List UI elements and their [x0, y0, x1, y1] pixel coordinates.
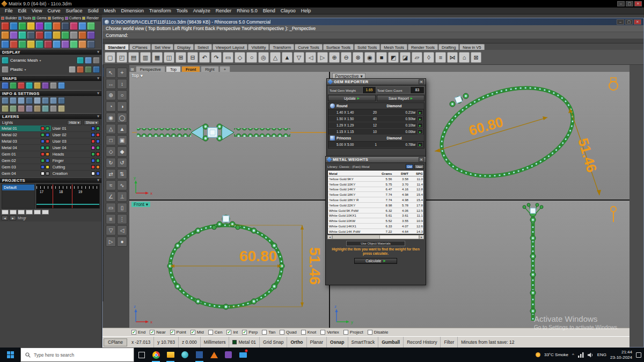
browser-icon[interactable] — [149, 348, 163, 362]
row-apply-arrow-icon[interactable]: ▶ — [418, 129, 423, 134]
row-apply-arrow-icon[interactable]: ▶ — [418, 116, 423, 121]
info-icon[interactable] — [42, 97, 49, 104]
scrollbar-track[interactable] — [332, 235, 419, 239]
snaps-panel-header[interactable]: SNAPS ▾ — [0, 75, 101, 81]
command-divider[interactable] — [103, 39, 643, 43]
layer-color-chip[interactable] — [46, 152, 49, 156]
side-tool-icon-10[interactable]: △ — [106, 124, 116, 134]
toolbar-icon-26[interactable]: ▱ — [412, 52, 422, 63]
library-label[interactable]: Library: Classic - (Fast)-Metal — [327, 165, 370, 168]
matrix-tab-cutters[interactable]: Cutters — [65, 16, 82, 20]
toolbar-icon-29[interactable]: ⋈ — [447, 52, 458, 63]
layer-item-cutting[interactable]: Cutting — [51, 164, 102, 171]
side-tool-icon-12[interactable]: □ — [106, 135, 116, 145]
tool-icon[interactable] — [61, 40, 69, 48]
tool-icon[interactable] — [18, 40, 26, 48]
layer-color-chip[interactable] — [91, 165, 95, 169]
layer-color-chip[interactable] — [46, 127, 49, 130]
toolbar-icon-13[interactable]: ◎ — [258, 52, 269, 63]
tool-icon[interactable] — [78, 22, 86, 30]
display-option-icon[interactable] — [77, 66, 84, 73]
tool-icon[interactable] — [35, 40, 43, 48]
tool-icon[interactable] — [1, 31, 9, 39]
metal-row[interactable]: White Gold:14K PdW7.224.6414.3 — [328, 229, 423, 234]
gem-row[interactable]: 1.50 X 1.50400.50tw▶ — [328, 116, 424, 122]
snap-icon[interactable] — [18, 82, 25, 89]
scrollbar-thumb[interactable] — [333, 235, 380, 239]
toolbar-tab-display[interactable]: Display — [174, 44, 194, 50]
layer-item-metal-04[interactable]: Metal 04 — [0, 145, 51, 151]
side-tool-icon-16[interactable]: ↻ — [106, 158, 116, 168]
menu-render[interactable]: Render — [213, 8, 235, 13]
checkbox-icon[interactable] — [208, 330, 213, 335]
tool-icon[interactable] — [27, 31, 35, 39]
timeline-button[interactable] — [26, 210, 33, 215]
info-settings-panel-header[interactable]: INFO & SETTINGS ▾ — [0, 90, 101, 96]
material-icon[interactable] — [2, 66, 9, 73]
metal-row[interactable]: White Gold:9K PdW6.324.0612.5 — [328, 208, 423, 213]
osnap-mid[interactable]: ✓Mid — [191, 330, 204, 335]
osnap-end[interactable]: ✓End — [131, 330, 145, 335]
close-icon[interactable]: ✕ — [419, 79, 424, 84]
close-icon[interactable]: ✕ — [419, 157, 424, 162]
layer-color-chip[interactable] — [91, 159, 95, 162]
toolbar-icon-31[interactable]: ⊠ — [471, 52, 481, 63]
toolbar-tab-surface-tools[interactable]: Surface Tools — [323, 44, 354, 50]
status-toggle-smarttrack[interactable]: SmartTrack — [348, 337, 379, 348]
toolbar-tab-new-in-v5[interactable]: New in V5 — [459, 44, 484, 50]
current-layer[interactable]: Metal 01 — [229, 337, 260, 348]
menu-edit[interactable]: Edit — [16, 8, 30, 13]
layer-color-chip[interactable] — [91, 172, 95, 175]
tool-icon[interactable] — [53, 31, 61, 39]
layers-panel-header[interactable]: LAYERS ▾ — [0, 113, 101, 119]
osnap-cen[interactable]: Cen — [208, 330, 223, 335]
side-tool-icon-30[interactable]: ▷ — [106, 237, 116, 247]
checkbox-icon[interactable] — [262, 330, 267, 335]
layer-color-chip[interactable] — [41, 159, 45, 162]
prev-icon[interactable]: ◄ — [2, 216, 8, 220]
layer-color-chip[interactable] — [41, 127, 45, 130]
toolbar-icon-6[interactable]: ⊞ — [175, 52, 186, 63]
toolbar-icon-5[interactable]: ◫ — [164, 52, 174, 63]
info-icon[interactable] — [10, 105, 17, 112]
matrix-tab-render[interactable]: Render — [82, 16, 99, 20]
layer-color-chip[interactable] — [41, 165, 45, 169]
tool-icon[interactable] — [10, 22, 18, 30]
tool-icon[interactable] — [70, 40, 78, 48]
layer-color-chip[interactable] — [41, 152, 45, 156]
calculate-button[interactable]: Calculate▶ — [354, 258, 397, 264]
layer-item-gem-03[interactable]: Gem 03 — [0, 164, 51, 171]
taskbar-search[interactable]: Type here to search — [20, 348, 134, 362]
cplane-button[interactable]: CPlane — [104, 338, 127, 346]
tool-icon[interactable] — [27, 22, 35, 30]
side-tool-icon-15[interactable]: ◆ — [117, 146, 127, 157]
layer-color-chip[interactable] — [96, 165, 100, 169]
checkbox-icon[interactable]: ✓ — [191, 330, 195, 335]
user-toggle[interactable]: User — [414, 164, 424, 169]
close-icon[interactable]: ✕ — [634, 1, 642, 6]
metal-row[interactable]: Yellow Gold:18KY7.744.9815.4 — [328, 192, 423, 197]
layer-item-gem-01[interactable]: Gem 01 — [0, 151, 51, 158]
osnap-disable[interactable]: Disable — [368, 330, 389, 335]
toolbar-tab-drafting[interactable]: Drafting — [438, 44, 459, 50]
layer-color-chip[interactable] — [96, 172, 100, 175]
menu-blend[interactable]: Blend — [260, 8, 278, 13]
status-toggle-record-history[interactable]: Record History — [404, 337, 441, 348]
side-tool-icon-27[interactable]: ⋮ — [117, 214, 127, 224]
osnap-int[interactable]: ✓Int — [226, 330, 238, 335]
info-icon[interactable] — [58, 97, 65, 104]
tool-icon[interactable] — [35, 22, 43, 30]
menu-mesh[interactable]: Mesh — [101, 8, 118, 13]
timeline-button[interactable] — [18, 210, 25, 215]
gem-row[interactable]: 1.40 X 1.40200.21tw▶ — [328, 109, 424, 116]
toolbar-icon-7[interactable]: ⊟ — [187, 52, 198, 63]
menu-rhino-5-0[interactable]: Rhino 5.0 — [234, 8, 260, 13]
layer-color-chip[interactable] — [41, 139, 45, 143]
toolbar-icon-11[interactable]: ◇ — [235, 52, 245, 63]
toolbar-icon-8[interactable]: ↶ — [199, 52, 210, 63]
checkbox-icon[interactable] — [320, 330, 325, 335]
side-tool-icon-18[interactable]: ⇄ — [106, 169, 116, 179]
info-icon[interactable] — [10, 97, 17, 104]
toolbar-tab-render-tools[interactable]: Render Tools — [408, 44, 438, 50]
gem-row[interactable]: 5.00 X 5.0010.78tw▶ — [328, 142, 424, 148]
